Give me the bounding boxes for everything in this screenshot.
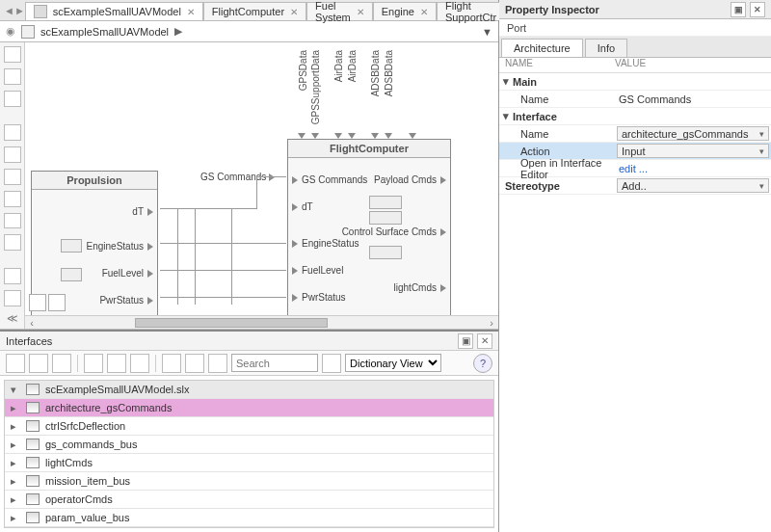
tree-interface-row[interactable]: ▸ctrlSrfcDeflection: [5, 417, 493, 436]
port-gscommands[interactable]: GS Commands: [292, 174, 367, 185]
interfaces-panel: Interfaces ▣ ✕ Dictionary View: [0, 330, 498, 532]
breadcrumb-arrow-icon[interactable]: ▶: [174, 25, 182, 38]
search-go-icon[interactable]: [322, 354, 341, 373]
property-inspector: Property Inspector ▣ ✕ Port Architecture…: [499, 0, 771, 532]
tab-label: scExampleSmallUAVModel: [53, 6, 181, 17]
tree-item-label: gs_commands_bus: [45, 439, 137, 450]
tool-button[interactable]: [4, 268, 21, 284]
tab-nav-fwd-icon[interactable]: ►: [14, 0, 25, 20]
expand-icon[interactable]: ▸: [11, 402, 20, 414]
toolbar-button[interactable]: [130, 354, 149, 373]
port-enginestatus[interactable]: EngineStatus: [292, 238, 359, 249]
tree-interface-row[interactable]: ▸ architecture_gsCommands: [5, 399, 493, 417]
subcomponent-icon: [61, 268, 82, 281]
prop-row-stereotype[interactable]: Stereotype Add..▾: [499, 177, 771, 195]
toolbar-button[interactable]: [162, 354, 181, 373]
minimize-icon[interactable]: ▣: [731, 2, 746, 17]
dropdown-stereotype[interactable]: Add..▾: [617, 178, 769, 193]
prop-row-ifname[interactable]: Name architecture_gsCommands▾: [499, 125, 771, 143]
interface-icon: [26, 512, 40, 523]
tree-interface-row[interactable]: ▸mission_item_bus: [5, 472, 493, 491]
dropdown-ifname[interactable]: architecture_gsCommands▾: [617, 126, 769, 141]
tool-button[interactable]: [4, 68, 21, 85]
port-pwrstatus[interactable]: PwrStatus: [292, 292, 346, 303]
view-tree-icon[interactable]: [48, 294, 66, 311]
tool-button[interactable]: [4, 234, 21, 251]
signal-label: AirData: [333, 50, 344, 82]
prop-row-name[interactable]: Name GS Commands: [499, 91, 771, 108]
tool-button[interactable]: [4, 213, 21, 229]
close-icon[interactable]: ✕: [477, 333, 492, 349]
section-interface[interactable]: ▾Interface: [499, 108, 771, 125]
canvas-scrollbar[interactable]: ‹ ›: [25, 315, 498, 329]
tab-engine[interactable]: Engine ✕: [373, 2, 437, 20]
toolbar-button[interactable]: [185, 354, 204, 373]
scroll-left-icon[interactable]: ‹: [25, 317, 39, 329]
view-mode-buttons: [29, 294, 66, 311]
toolbar-button[interactable]: [84, 354, 103, 373]
port-dt[interactable]: dT: [292, 201, 313, 212]
editor-tabs: ◄ ► scExampleSmallUAVModel ✕ FlightCompu…: [0, 0, 498, 21]
prop-row-open-editor[interactable]: Open in Interface Editor edit ...: [499, 160, 771, 177]
toolbar-button[interactable]: [107, 354, 126, 373]
scroll-right-icon[interactable]: ›: [485, 317, 498, 329]
tool-button[interactable]: [4, 169, 21, 185]
view-select[interactable]: Dictionary View: [345, 354, 441, 372]
breadcrumb-model[interactable]: scExampleSmallUAVModel: [40, 26, 169, 38]
tree-interface-row[interactable]: ▸operatorCmds: [5, 491, 493, 509]
tool-button[interactable]: [4, 124, 21, 141]
close-icon[interactable]: ✕: [187, 7, 195, 17]
toolbar-button[interactable]: [208, 354, 227, 373]
view-grid-icon[interactable]: [29, 294, 46, 311]
close-icon[interactable]: ✕: [290, 7, 298, 17]
tree-interface-row[interactable]: ▸lightCmds: [5, 454, 493, 472]
search-input[interactable]: [231, 354, 318, 372]
port-out[interactable]: EngineStatus: [87, 241, 154, 252]
hide-icon[interactable]: ◉: [6, 25, 15, 38]
port-fuellevel[interactable]: FuelLevel: [292, 265, 343, 276]
model-canvas[interactable]: GPSData GPSSupportData AirData AirData A…: [25, 42, 498, 329]
tool-button[interactable]: [4, 146, 21, 163]
component-flightcomputer[interactable]: FlightComputer GS Commands dT EngineStat…: [287, 139, 451, 329]
section-main[interactable]: ▾Main: [499, 73, 771, 91]
port-payloadcmds[interactable]: Payload Cmds: [374, 174, 446, 185]
tab-model[interactable]: scExampleSmallUAVModel ✕: [25, 2, 203, 20]
dropdown-action[interactable]: Input▾: [617, 144, 769, 158]
signal-label: ADSBData: [384, 50, 394, 96]
minimize-icon[interactable]: ▣: [458, 333, 473, 349]
port-out[interactable]: FuelLevel: [102, 268, 153, 279]
port-lightcmds[interactable]: lightCmds: [394, 282, 446, 293]
close-icon[interactable]: ✕: [750, 2, 765, 17]
tab-flightcomputer[interactable]: FlightComputer ✕: [203, 2, 306, 20]
tool-button[interactable]: [4, 46, 21, 63]
component-title: FlightComputer: [288, 140, 450, 158]
help-icon[interactable]: ?: [473, 354, 492, 373]
tool-button[interactable]: [4, 91, 21, 107]
scrollbar-thumb[interactable]: [135, 318, 328, 328]
port-out[interactable]: PwrStatus: [99, 295, 153, 306]
collapse-icon[interactable]: ▾: [11, 384, 20, 396]
link-edit[interactable]: edit ...: [615, 163, 771, 174]
toolbar-button[interactable]: [52, 354, 71, 373]
port-in[interactable]: dT: [132, 206, 153, 217]
tool-button[interactable]: [4, 191, 21, 207]
toolbar-button[interactable]: [6, 354, 25, 373]
tree-interface-row[interactable]: ▸gs_commands_bus: [5, 436, 493, 454]
tool-button[interactable]: [4, 290, 21, 306]
tree-item-label: param_value_bus: [45, 512, 129, 523]
breadcrumb-dropdown-icon[interactable]: ▼: [482, 26, 492, 38]
close-icon[interactable]: ✕: [357, 7, 364, 17]
inspector-title: Property Inspector: [505, 4, 599, 15]
tab-label: Engine: [382, 6, 414, 17]
close-icon[interactable]: ✕: [420, 7, 428, 17]
tree-interface-row[interactable]: ▸param_value_bus: [5, 509, 493, 527]
tree-file-row[interactable]: ▾ scExampleSmallUAVModel.slx: [5, 381, 493, 399]
toolstrip-overflow-icon[interactable]: ≪: [7, 312, 18, 325]
tab-info[interactable]: Info: [585, 39, 627, 57]
toolbar-button[interactable]: [29, 354, 48, 373]
tab-architecture[interactable]: Architecture: [501, 39, 583, 57]
tab-fuelsystem[interactable]: Fuel System ✕: [306, 2, 373, 20]
grid-header-value: VALUE: [615, 58, 646, 72]
port-controlsurfcmds[interactable]: Control Surface Cmds: [342, 226, 446, 237]
tab-nav-back-icon[interactable]: ◄: [4, 0, 14, 20]
